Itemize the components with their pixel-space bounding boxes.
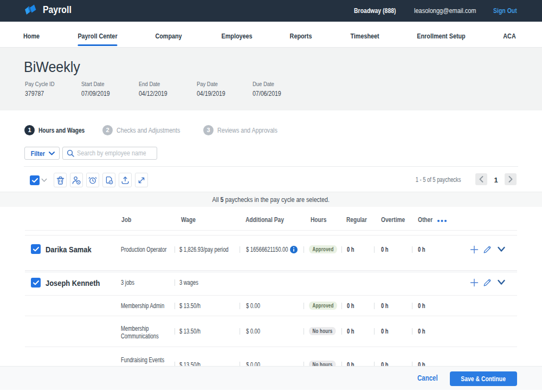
cell-overtime-hours: 0 h [381,302,389,310]
page-header: BiWeekly Pay Cycle ID 379787 Start Date … [0,48,542,110]
cell-wage: $ 13.50/h [179,302,201,310]
select-all-caret-icon[interactable] [41,178,47,182]
search-input[interactable] [77,149,146,157]
action-footer: Cancel Save & Continue [0,366,542,390]
next-page-button[interactable] [505,173,517,185]
employee-name[interactable]: Darika Samak [46,245,92,254]
nav-enrollment-setup[interactable]: Enrollment Setup [417,24,465,48]
cell-separator [341,303,342,309]
cell-separator [304,303,304,309]
save-button-label: Save & Continue [461,375,506,383]
search-icon [67,149,74,157]
table-subrow-membership-admin: Membership Admin $ 13.50/h $ 0.00 Approv… [25,296,517,316]
meta-value: 07/06/2019 [253,89,281,97]
nav-reports[interactable]: Reports [290,24,312,48]
meta-label: End Date [139,81,160,87]
cell-overtime-hours: 0 h [381,246,389,253]
col-overtime: Overtime [381,216,405,224]
nav-home[interactable]: Home [23,24,40,48]
info-icon[interactable] [290,246,298,253]
upload-button[interactable] [119,173,132,187]
employee-search [62,147,157,160]
cell-overtime-hours: 0 h [381,328,389,335]
add-icon[interactable] [470,278,479,287]
cell-regular-hours: 0 h [347,246,354,253]
person-settings-icon [72,176,81,185]
meta-pay-cycle-id: Pay Cycle ID 379787 [25,81,61,97]
payroll-app: Payroll Broadway (888) leasolongg@email.… [0,0,542,392]
meta-end-date: End Date 04/12/2019 [139,81,176,97]
prev-page-button[interactable] [475,173,487,185]
cell-separator [175,279,175,286]
document-settings-button[interactable] [102,173,115,187]
delete-button[interactable] [54,173,67,187]
step-3-circle: 3 [203,125,214,135]
meta-label: Start Date [81,81,104,87]
edit-icon[interactable] [483,245,492,254]
nav-payroll-center[interactable]: Payroll Center [78,24,117,48]
employee-name[interactable]: Joseph Kenneth [46,278,100,288]
cell-regular-hours: 0 h [347,302,354,310]
step-label: Hours and Wages [38,126,85,134]
cell-job: Production Operator [121,246,166,253]
trash-icon [56,176,64,185]
edit-icon[interactable] [483,278,492,287]
cell-wage: $ 1,826.93/pay period [179,246,229,253]
step-checks-and-adjustments[interactable]: 2 Checks and Adjustments [102,125,194,135]
divider [24,166,518,167]
cell-separator [341,246,342,253]
cell-wage: $ 13.50/h [179,328,201,335]
spacer [25,231,517,235]
cell-additional-pay: $ 0.00 [246,302,260,310]
col-wage: Wage [181,216,196,224]
expand-button[interactable] [135,173,148,187]
cell-separator [304,328,304,335]
table-subrow-membership-communications: Membership Communications $ 13.50/h $ 0.… [25,316,517,347]
topbar: Payroll Broadway (888) leasolongg@email.… [0,0,542,22]
meta-start-date: Start Date 07/09/2019 [81,81,118,97]
meta-due-date: Due Date 07/06/2019 [253,81,289,97]
row-checkbox[interactable] [31,278,41,288]
nav-company[interactable]: Company [155,24,182,48]
document-settings-icon [105,176,113,185]
alarm-button[interactable] [86,173,99,187]
meta-value: 04/12/2019 [139,89,167,97]
cell-separator [240,328,240,335]
person-settings-button[interactable] [70,173,83,187]
table-row-darika-samak: Darika Samak Production Operator $ 1,826… [25,235,517,271]
step-reviews-and-approvals[interactable]: 3 Reviews and Approvals [203,125,291,135]
cell-jobs-summary: 3 jobs [121,279,134,286]
cell-separator [304,246,304,253]
status-badge: Approved [309,302,337,310]
nav-employees[interactable]: Employees [222,24,253,48]
cell-separator [175,246,175,253]
nav-aca[interactable]: ACA [503,24,515,48]
step-hours-and-wages[interactable]: 1 Hours and Wages [24,125,98,135]
cancel-button[interactable]: Cancel [417,374,438,382]
cell-other-hours: 0 h [418,302,425,310]
row-checkbox[interactable] [31,244,41,254]
banner-text-suffix: paychecks in the pay cycle are selected. [224,196,330,204]
col-additional: Additional Pay [246,216,284,224]
meta-pay-date: Pay Date 04/19/2019 [197,81,234,97]
cell-separator [412,303,412,309]
expand-row-icon[interactable] [497,246,506,253]
step-1-circle: 1 [24,125,35,135]
expand-row-icon[interactable] [497,279,506,286]
check-icon [33,280,39,285]
nav-timesheet[interactable]: Timesheet [350,24,379,48]
select-all-checkbox[interactable] [30,175,40,185]
sign-out-link[interactable]: Sign Out [493,7,517,15]
status-badge: Approved [309,245,337,253]
col-hours: Hours [311,216,326,224]
brand-logo-icon [24,4,38,18]
banner-text-prefix: All [212,196,221,204]
step-2-circle: 2 [102,125,113,135]
check-icon [32,178,38,183]
filter-button[interactable]: Filter [24,147,60,160]
cell-other-hours: 0 h [418,328,425,335]
cell-separator [240,246,240,253]
save-continue-button[interactable]: Save & Continue [450,371,517,386]
add-icon[interactable] [470,245,479,254]
more-columns-icon[interactable] [437,219,448,223]
